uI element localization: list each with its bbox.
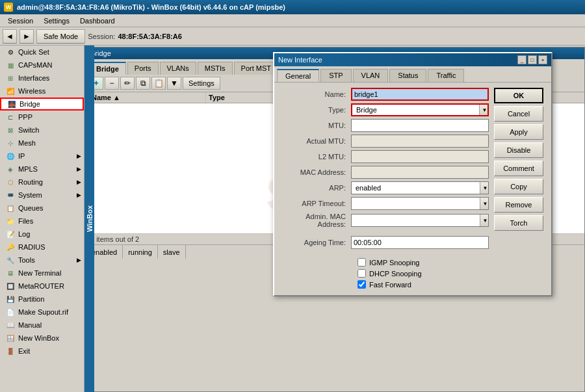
quick-set-icon: ⚙ (5, 47, 16, 57)
disable-button[interactable]: Disable (494, 142, 543, 158)
sidebar-item-wireless[interactable]: 📶 Wireless (0, 85, 84, 98)
apply-button[interactable]: Apply (494, 124, 543, 140)
sidebar-item-switch[interactable]: ⊠ Switch (0, 124, 84, 137)
radius-icon: 🔑 (5, 242, 16, 252)
sidebar-item-ip[interactable]: 🌐 IP ▶ (0, 150, 84, 163)
winbox-label-text: WinBox (86, 205, 94, 232)
actual-mtu-input[interactable] (351, 135, 489, 148)
arp-timeout-dropdown-arrow[interactable]: ▼ (480, 198, 489, 209)
fast-forward-checkbox[interactable] (358, 280, 366, 289)
dialog-minimize-button[interactable]: _ (517, 55, 526, 64)
dhcp-checkbox[interactable] (358, 269, 366, 278)
type-select[interactable]: Bridge ▼ (351, 103, 489, 116)
sidebar-item-log[interactable]: 📝 Log (0, 228, 84, 241)
bridge-tab-bridge[interactable]: Bridge (89, 62, 126, 75)
filter-button[interactable]: ▼ (167, 77, 181, 90)
arp-select[interactable]: enabled ▼ (351, 181, 489, 194)
admin-mac-select[interactable]: ▼ (351, 214, 489, 227)
dialog-tab-vlan[interactable]: VLAN (353, 69, 389, 82)
sidebar-label-ppp: PPP (18, 113, 32, 121)
sidebar-item-capsman[interactable]: ▦ CAPsMAN (0, 59, 84, 72)
ageing-label: Ageing Time: (280, 239, 351, 246)
sidebar-label-new-winbox: New WinBox (18, 334, 59, 342)
comment-button[interactable]: Comment (494, 161, 543, 176)
sidebar-item-new-winbox[interactable]: 🪟 New WinBox (0, 332, 84, 345)
form-row-arp-timeout: ARP Timeout: ▼ (280, 197, 489, 210)
sidebar-item-system[interactable]: 💻 System ▶ (0, 189, 84, 202)
bridge-item-count: 0 items out of 2 (90, 235, 139, 243)
bridge-tab-ports[interactable]: Ports (127, 62, 159, 75)
dialog-tab-stp[interactable]: STP (320, 69, 351, 82)
mac-input[interactable] (351, 166, 489, 179)
sidebar-item-tools[interactable]: 🔧 Tools ▶ (0, 254, 84, 267)
sidebar: ⚙ Quick Set ▦ CAPsMAN ⊞ Interfaces 📶 Wir… (0, 46, 84, 392)
form-row-admin-mac: Admin. MAC Address: ▼ (280, 213, 489, 228)
sidebar-item-files[interactable]: 📁 Files (0, 215, 84, 228)
sidebar-item-routing[interactable]: ⬡ Routing ▶ (0, 176, 84, 189)
sidebar-item-radius[interactable]: 🔑 RADIUS (0, 241, 84, 254)
dialog-close-button[interactable]: × (538, 55, 547, 64)
sidebar-item-metarouter[interactable]: 🔲 MetaROUTER (0, 280, 84, 293)
arp-value: enabled (354, 184, 381, 192)
sidebar-label-files: Files (18, 217, 33, 225)
sidebar-item-mpls[interactable]: ◈ MPLS ▶ (0, 163, 84, 176)
edit-button[interactable]: ✏ (120, 77, 135, 90)
session-value: 48:8F:5A:3A:F8:A6 (118, 33, 181, 40)
settings-button[interactable]: Settings (183, 77, 220, 90)
dialog-body: Name: Type: Bridge ▼ (274, 83, 551, 295)
igmp-checkbox[interactable] (358, 258, 366, 267)
dialog-tab-general[interactable]: General (277, 69, 319, 82)
mpls-icon: ◈ (5, 164, 16, 174)
sidebar-item-new-terminal[interactable]: 🖥 New Terminal (0, 267, 84, 280)
dialog-tab-status[interactable]: Status (389, 69, 426, 82)
menu-dashboard[interactable]: Dashboard (75, 16, 120, 26)
copy-button[interactable]: Copy (494, 179, 543, 194)
torch-button[interactable]: Torch (494, 215, 543, 231)
dialog-title-bar: New Interface _ □ × (274, 53, 551, 66)
mtu-label: MTU: (280, 122, 351, 129)
ok-button[interactable]: OK (494, 88, 543, 103)
wireless-icon: 📶 (5, 86, 16, 96)
sidebar-item-exit[interactable]: 🚪 Exit (0, 345, 84, 358)
remove-button[interactable]: − (105, 77, 119, 90)
copy-button[interactable]: ⧉ (136, 77, 150, 90)
dialog-tabs: General STP VLAN Status Traffic (274, 66, 551, 83)
arp-dropdown-arrow[interactable]: ▼ (480, 182, 489, 194)
name-input[interactable] (351, 88, 489, 101)
sidebar-item-partition[interactable]: 💾 Partition (0, 293, 84, 306)
forward-button[interactable]: ► (20, 29, 34, 44)
ageing-input[interactable] (351, 236, 489, 249)
safe-mode-button[interactable]: Safe Mode (36, 29, 85, 44)
bridge-tab-mstis[interactable]: MSTIs (198, 62, 233, 75)
col-type[interactable]: Type (206, 92, 284, 103)
menu-settings[interactable]: Settings (38, 16, 75, 26)
interfaces-icon: ⊞ (5, 73, 16, 83)
col-name[interactable]: Name ▲ (89, 92, 206, 103)
paste-button[interactable]: 📋 (151, 77, 166, 90)
cancel-button[interactable]: Cancel (494, 106, 543, 122)
sidebar-item-bridge[interactable]: 🌉 Bridge (0, 98, 84, 111)
form-row-name: Name: (280, 88, 489, 101)
sidebar-item-manual[interactable]: 📖 Manual (0, 319, 84, 332)
menu-session[interactable]: Session (3, 16, 38, 26)
routing-arrow: ▶ (77, 179, 81, 185)
l2-mtu-input[interactable] (351, 150, 489, 163)
admin-mac-dropdown-arrow[interactable]: ▼ (480, 215, 489, 226)
name-label: Name: (280, 90, 351, 98)
sidebar-item-mesh[interactable]: ⊹ Mesh (0, 137, 84, 150)
dialog-tab-traffic[interactable]: Traffic (428, 69, 464, 82)
mtu-input[interactable] (351, 119, 489, 132)
sidebar-item-interfaces[interactable]: ⊞ Interfaces (0, 72, 84, 85)
arp-timeout-select[interactable]: ▼ (351, 197, 489, 210)
type-dropdown-arrow[interactable]: ▼ (479, 104, 489, 116)
back-button[interactable]: ◄ (3, 29, 17, 44)
dialog-maximize-button[interactable]: □ (528, 55, 537, 64)
remove-button[interactable]: Remove (494, 197, 543, 213)
sidebar-item-queues[interactable]: 📋 Queues (0, 202, 84, 215)
sidebar-item-make-supout[interactable]: 📄 Make Supout.rif (0, 306, 84, 319)
system-arrow: ▶ (77, 192, 81, 198)
sidebar-item-ppp[interactable]: ⊏ PPP (0, 111, 84, 124)
bridge-tab-vlans[interactable]: VLANs (160, 62, 196, 75)
sidebar-item-quick-set[interactable]: ⚙ Quick Set (0, 46, 84, 59)
supout-icon: 📄 (5, 307, 16, 317)
